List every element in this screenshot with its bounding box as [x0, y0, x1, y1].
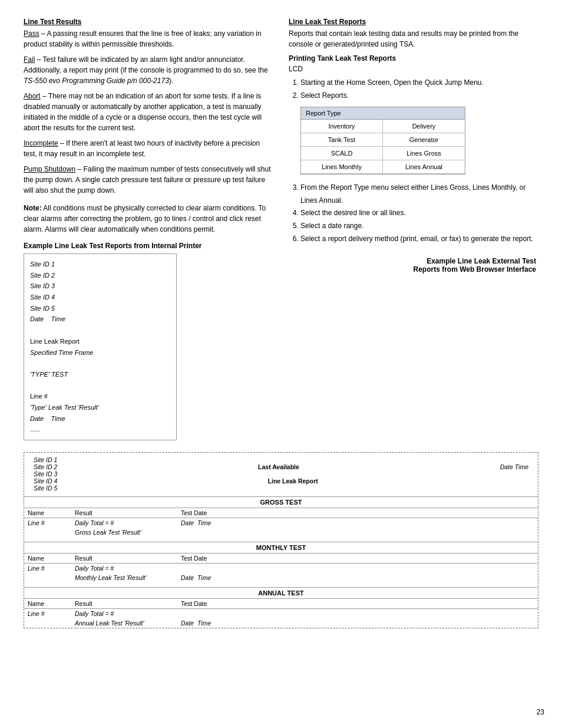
- monthly-header-row: Name Result Test Date: [24, 554, 538, 564]
- steps-list-continued: From the Report Type menu select either …: [300, 182, 536, 245]
- gross-leak-result: Gross Leak Test 'Result': [71, 528, 177, 537]
- report-type-menu: Report Type Inventory Delivery Tank Test…: [300, 107, 465, 174]
- monthly-data-row2: Monthly Leak Test 'Result' Date Time: [24, 573, 538, 582]
- gross-date-time: Date Time: [177, 518, 538, 528]
- example-external-line1: Example Line Leak External Test: [427, 257, 536, 265]
- gross-header-name: Name: [24, 508, 71, 518]
- incomplete-text: – If there aren't at least two hours of …: [24, 139, 260, 158]
- step-2: Select Reports.: [300, 90, 536, 103]
- note-block: Note: All conditions must be physically …: [24, 203, 271, 235]
- monthly-leak-result: Monthly Leak Test 'Result': [71, 573, 177, 582]
- gross-test-section: GROSS TEST Name Result Test Date Line # …: [24, 496, 538, 537]
- annual-header-result: Result: [71, 599, 177, 609]
- note-text: All conditions must be physically correc…: [24, 204, 266, 233]
- printer-line-hash: Line #: [30, 391, 170, 402]
- monthly-header-result: Result: [71, 554, 177, 564]
- monthly-test-title: MONTHLY TEST: [24, 542, 538, 554]
- monthly-empty2: [24, 573, 71, 582]
- printer-site5: Site ID 5: [30, 303, 170, 314]
- example-external-title: Example Line Leak External Test Reports …: [289, 257, 536, 274]
- annual-header-testdate: Test Date: [177, 599, 538, 609]
- printer-report-box: Site ID 1 Site ID 2 Site ID 3 Site ID 4 …: [24, 253, 177, 440]
- incomplete-paragraph: Incomplete – If there aren't at least tw…: [24, 138, 271, 159]
- steps-list: Starting at the Home Screen, Open the Qu…: [300, 77, 536, 102]
- gross-header-testdate: Test Date: [177, 508, 538, 518]
- fail-label: Fail: [24, 55, 35, 64]
- web-site3: Site ID 3: [34, 470, 528, 477]
- annual-leak-result: Annual Leak Test 'Result': [71, 618, 177, 628]
- fail-paragraph: Fail – Test failure will be indicated by…: [24, 54, 271, 86]
- step-3: From the Report Type menu select either …: [300, 182, 536, 207]
- left-column: Line Test Results Pass – A passing resul…: [24, 18, 271, 440]
- example-external-line2: Reports from Web Browser Interface: [414, 265, 537, 274]
- left-section-title: Line Test Results: [24, 18, 271, 26]
- menu-scald: SCALD: [301, 147, 383, 160]
- gross-test-title: GROSS TEST: [24, 497, 538, 508]
- web-site4: Site ID 4: [34, 477, 57, 485]
- web-site2: Site ID 2: [34, 463, 57, 470]
- monthly-header-name: Name: [24, 554, 71, 564]
- web-report-box: Site ID 1 Site ID 2 Last Available Date …: [24, 452, 538, 628]
- printer-site2: Site ID 2: [30, 270, 170, 281]
- gross-header-row: Name Result Test Date: [24, 508, 538, 518]
- monthly-test-table: Name Result Test Date Line # Daily Total…: [24, 554, 538, 582]
- printing-title: Printing Tank Leak Test Reports: [289, 54, 536, 62]
- printer-date-time: Date Time: [30, 314, 170, 325]
- pass-text: – A passing result ensures that the line…: [24, 29, 262, 48]
- pump-shutdown-paragraph: Pump Shutdown – Failing the maximum numb…: [24, 164, 271, 196]
- gross-empty: [24, 528, 71, 537]
- note-label: Note:: [24, 204, 42, 212]
- menu-lines-monthly: Lines Monthly: [301, 160, 383, 174]
- menu-lines-annual: Lines Annual: [383, 160, 465, 174]
- annual-empty: [177, 609, 538, 619]
- step-6: Select a report delivery method (print, …: [300, 233, 536, 246]
- step-5: Select a date range.: [300, 220, 536, 233]
- example-printer-title: Example Line Leak Test Reports from Inte…: [24, 242, 271, 250]
- gross-daily-total: Daily Total = #: [71, 518, 177, 528]
- monthly-daily-total: Daily Total = #: [71, 564, 177, 574]
- menu-tank-test: Tank Test: [301, 133, 383, 147]
- web-report-section: Site ID 1 Site ID 2 Last Available Date …: [24, 452, 538, 628]
- report-type-grid: Inventory Delivery Tank Test Generator S…: [301, 119, 465, 174]
- annual-date-time: Date Time: [177, 618, 538, 628]
- annual-empty2: [24, 618, 71, 628]
- menu-generator: Generator: [383, 133, 465, 147]
- printer-type-result: 'Type' Leak Test 'Result': [30, 402, 170, 413]
- main-content: Line Test Results Pass – A passing resul…: [24, 18, 538, 440]
- right-example-section: Example Line Leak External Test Reports …: [289, 257, 536, 274]
- right-intro: Reports that contain leak testing data a…: [289, 28, 536, 50]
- printer-specified-time: Specified Time Frame: [30, 347, 170, 358]
- abort-text: – There may not be an indication of an a…: [24, 92, 262, 132]
- annual-header-row: Name Result Test Date: [24, 599, 538, 609]
- monthly-line: Line #: [24, 564, 71, 574]
- date-time-label: Date Time: [500, 463, 528, 470]
- printer-date-time2: Date Time: [30, 413, 170, 424]
- monthly-test-section: MONTHLY TEST Name Result Test Date Line …: [24, 542, 538, 582]
- page-number: 23: [537, 708, 544, 716]
- right-column: Line Leak Test Reports Reports that cont…: [289, 18, 536, 440]
- printer-ellipsis: …..: [30, 424, 170, 435]
- gross-header-result: Result: [71, 508, 177, 518]
- monthly-empty: [177, 564, 538, 574]
- monthly-data-row1: Line # Daily Total = #: [24, 564, 538, 574]
- abort-label: Abort: [24, 92, 41, 100]
- printer-site1: Site ID 1: [30, 259, 170, 270]
- fail-text: – Test failure will be indicated by an a…: [24, 55, 268, 85]
- gross-empty2: [177, 528, 538, 537]
- gross-test-table: Name Result Test Date Line # Daily Total…: [24, 508, 538, 537]
- annual-test-table: Name Result Test Date Line # Daily Total…: [24, 599, 538, 628]
- pass-paragraph: Pass – A passing result ensures that the…: [24, 28, 271, 50]
- web-site5: Site ID 5: [34, 485, 528, 492]
- menu-delivery: Delivery: [383, 120, 465, 133]
- incomplete-label: Incomplete: [24, 139, 58, 147]
- pump-shutdown-label: Pump Shutdown: [24, 165, 75, 173]
- annual-data-row1: Line # Daily Total = #: [24, 609, 538, 619]
- last-available-label: Last Available: [258, 463, 299, 470]
- report-type-header: Report Type: [301, 107, 465, 119]
- gross-data-row1: Line # Daily Total = # Date Time: [24, 518, 538, 528]
- step-4: Select the desired line or all lines.: [300, 207, 536, 220]
- annual-test-section: ANNUAL TEST Name Result Test Date Line #…: [24, 587, 538, 628]
- line-leak-report-label: Line Leak Report: [268, 477, 318, 485]
- right-section-title: Line Leak Test Reports: [289, 18, 536, 26]
- web-site1: Site ID 1: [34, 456, 528, 463]
